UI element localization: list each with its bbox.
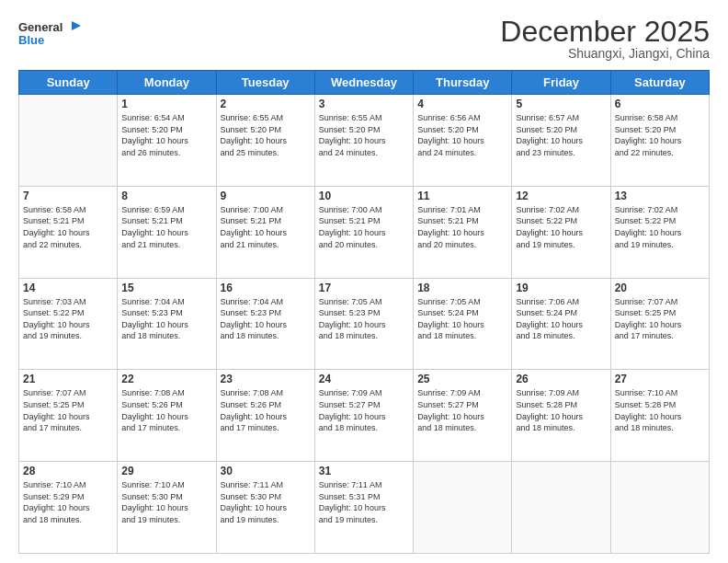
day-number: 16 [221, 282, 311, 294]
day-number: 24 [319, 373, 409, 385]
day-number: 28 [23, 465, 113, 477]
title-area: December 2025 Shuangxi, Jiangxi, China [500, 17, 710, 61]
calendar-cell [19, 95, 118, 187]
svg-text:Blue: Blue [18, 33, 44, 47]
svg-text:General: General [18, 20, 63, 34]
day-info: Sunrise: 7:08 AM Sunset: 5:26 PM Dayligh… [221, 387, 311, 433]
calendar-cell: 10Sunrise: 7:00 AM Sunset: 5:21 PM Dayli… [314, 186, 413, 278]
month-title: December 2025 [500, 17, 710, 46]
day-number: 15 [121, 282, 211, 294]
calendar-cell: 1Sunrise: 6:54 AM Sunset: 5:20 PM Daylig… [118, 95, 216, 187]
day-number: 26 [516, 373, 606, 385]
calendar-cell [610, 462, 709, 554]
day-info: Sunrise: 7:11 AM Sunset: 5:30 PM Dayligh… [221, 479, 311, 525]
day-info: Sunrise: 7:04 AM Sunset: 5:23 PM Dayligh… [221, 296, 311, 342]
calendar-cell: 27Sunrise: 7:10 AM Sunset: 5:28 PM Dayli… [610, 370, 709, 462]
calendar-cell: 26Sunrise: 7:09 AM Sunset: 5:28 PM Dayli… [512, 370, 610, 462]
header-thursday: Thursday [414, 71, 512, 95]
day-info: Sunrise: 7:09 AM Sunset: 5:27 PM Dayligh… [417, 387, 507, 433]
day-number: 12 [516, 190, 606, 202]
day-number: 7 [23, 190, 113, 202]
calendar-cell: 6Sunrise: 6:58 AM Sunset: 5:20 PM Daylig… [610, 95, 709, 187]
day-info: Sunrise: 6:58 AM Sunset: 5:20 PM Dayligh… [615, 112, 705, 158]
calendar-cell: 13Sunrise: 7:02 AM Sunset: 5:22 PM Dayli… [610, 186, 709, 278]
calendar-table: Sunday Monday Tuesday Wednesday Thursday… [18, 70, 710, 554]
day-number: 22 [121, 373, 211, 385]
week-row-4: 21Sunrise: 7:07 AM Sunset: 5:25 PM Dayli… [19, 370, 710, 462]
header-sunday: Sunday [19, 71, 118, 95]
day-info: Sunrise: 7:08 AM Sunset: 5:26 PM Dayligh… [121, 387, 211, 433]
header: General Blue December 2025 Shuangxi, Jia… [18, 17, 710, 61]
day-info: Sunrise: 7:06 AM Sunset: 5:24 PM Dayligh… [516, 296, 606, 342]
day-info: Sunrise: 7:02 AM Sunset: 5:22 PM Dayligh… [615, 204, 705, 250]
day-number: 27 [615, 373, 705, 385]
day-number: 8 [121, 190, 211, 202]
calendar-cell: 9Sunrise: 7:00 AM Sunset: 5:21 PM Daylig… [216, 186, 314, 278]
week-row-3: 14Sunrise: 7:03 AM Sunset: 5:22 PM Dayli… [19, 278, 710, 370]
svg-marker-2 [72, 21, 81, 30]
day-info: Sunrise: 7:02 AM Sunset: 5:22 PM Dayligh… [516, 204, 606, 250]
day-number: 9 [221, 190, 311, 202]
day-info: Sunrise: 7:07 AM Sunset: 5:25 PM Dayligh… [23, 387, 113, 433]
header-monday: Monday [118, 71, 216, 95]
day-number: 18 [417, 282, 507, 294]
calendar-cell: 12Sunrise: 7:02 AM Sunset: 5:22 PM Dayli… [512, 186, 610, 278]
day-info: Sunrise: 7:00 AM Sunset: 5:21 PM Dayligh… [221, 204, 311, 250]
calendar-cell: 7Sunrise: 6:58 AM Sunset: 5:21 PM Daylig… [19, 186, 118, 278]
day-info: Sunrise: 7:09 AM Sunset: 5:28 PM Dayligh… [516, 387, 606, 433]
day-number: 5 [516, 98, 606, 110]
day-info: Sunrise: 6:55 AM Sunset: 5:20 PM Dayligh… [221, 112, 311, 158]
week-row-2: 7Sunrise: 6:58 AM Sunset: 5:21 PM Daylig… [19, 186, 710, 278]
calendar-cell: 21Sunrise: 7:07 AM Sunset: 5:25 PM Dayli… [19, 370, 118, 462]
day-info: Sunrise: 6:56 AM Sunset: 5:20 PM Dayligh… [417, 112, 507, 158]
day-number: 30 [221, 465, 311, 477]
calendar-cell: 25Sunrise: 7:09 AM Sunset: 5:27 PM Dayli… [414, 370, 512, 462]
header-tuesday: Tuesday [216, 71, 314, 95]
calendar-cell: 23Sunrise: 7:08 AM Sunset: 5:26 PM Dayli… [216, 370, 314, 462]
calendar-cell: 30Sunrise: 7:11 AM Sunset: 5:30 PM Dayli… [216, 462, 314, 554]
day-info: Sunrise: 7:10 AM Sunset: 5:28 PM Dayligh… [615, 387, 705, 433]
calendar-page: General Blue December 2025 Shuangxi, Jia… [0, 0, 728, 563]
calendar-cell [512, 462, 610, 554]
calendar-cell: 19Sunrise: 7:06 AM Sunset: 5:24 PM Dayli… [512, 278, 610, 370]
day-number: 25 [417, 373, 507, 385]
calendar-cell: 15Sunrise: 7:04 AM Sunset: 5:23 PM Dayli… [118, 278, 216, 370]
day-info: Sunrise: 6:58 AM Sunset: 5:21 PM Dayligh… [23, 204, 113, 250]
day-info: Sunrise: 7:09 AM Sunset: 5:27 PM Dayligh… [319, 387, 409, 433]
day-info: Sunrise: 7:10 AM Sunset: 5:29 PM Dayligh… [23, 479, 113, 525]
calendar-cell: 28Sunrise: 7:10 AM Sunset: 5:29 PM Dayli… [19, 462, 118, 554]
calendar-cell: 22Sunrise: 7:08 AM Sunset: 5:26 PM Dayli… [118, 370, 216, 462]
day-number: 6 [615, 98, 705, 110]
day-number: 19 [516, 282, 606, 294]
calendar-cell: 31Sunrise: 7:11 AM Sunset: 5:31 PM Dayli… [314, 462, 413, 554]
day-number: 17 [319, 282, 409, 294]
calendar-cell: 4Sunrise: 6:56 AM Sunset: 5:20 PM Daylig… [414, 95, 512, 187]
location-subtitle: Shuangxi, Jiangxi, China [500, 46, 710, 61]
day-number: 21 [23, 373, 113, 385]
weekday-header-row: Sunday Monday Tuesday Wednesday Thursday… [19, 71, 710, 95]
logo-svg: General Blue [18, 17, 83, 53]
day-number: 4 [417, 98, 507, 110]
day-info: Sunrise: 7:07 AM Sunset: 5:25 PM Dayligh… [615, 296, 705, 342]
calendar-cell: 14Sunrise: 7:03 AM Sunset: 5:22 PM Dayli… [19, 278, 118, 370]
day-info: Sunrise: 7:05 AM Sunset: 5:24 PM Dayligh… [417, 296, 507, 342]
calendar-cell: 18Sunrise: 7:05 AM Sunset: 5:24 PM Dayli… [414, 278, 512, 370]
header-friday: Friday [512, 71, 610, 95]
day-info: Sunrise: 6:57 AM Sunset: 5:20 PM Dayligh… [516, 112, 606, 158]
day-number: 13 [615, 190, 705, 202]
header-saturday: Saturday [610, 71, 709, 95]
day-info: Sunrise: 7:04 AM Sunset: 5:23 PM Dayligh… [121, 296, 211, 342]
day-number: 23 [221, 373, 311, 385]
header-wednesday: Wednesday [314, 71, 413, 95]
calendar-cell: 8Sunrise: 6:59 AM Sunset: 5:21 PM Daylig… [118, 186, 216, 278]
day-number: 3 [319, 98, 409, 110]
calendar-cell: 29Sunrise: 7:10 AM Sunset: 5:30 PM Dayli… [118, 462, 216, 554]
calendar-cell: 11Sunrise: 7:01 AM Sunset: 5:21 PM Dayli… [414, 186, 512, 278]
day-number: 10 [319, 190, 409, 202]
calendar-cell: 24Sunrise: 7:09 AM Sunset: 5:27 PM Dayli… [314, 370, 413, 462]
week-row-5: 28Sunrise: 7:10 AM Sunset: 5:29 PM Dayli… [19, 462, 710, 554]
day-info: Sunrise: 7:00 AM Sunset: 5:21 PM Dayligh… [319, 204, 409, 250]
calendar-cell: 3Sunrise: 6:55 AM Sunset: 5:20 PM Daylig… [314, 95, 413, 187]
day-info: Sunrise: 7:11 AM Sunset: 5:31 PM Dayligh… [319, 479, 409, 525]
day-info: Sunrise: 6:55 AM Sunset: 5:20 PM Dayligh… [319, 112, 409, 158]
